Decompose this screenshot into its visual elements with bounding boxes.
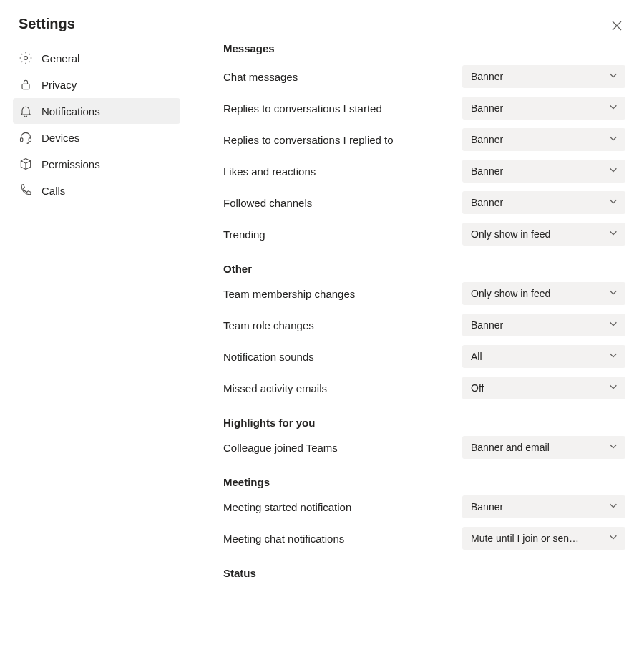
- setting-row: Replies to conversations I started Banne…: [223, 97, 625, 120]
- dropdown-value: Off: [471, 382, 484, 394]
- package-icon: [19, 157, 33, 171]
- chevron-down-icon: [608, 287, 618, 300]
- dropdown-meeting-started[interactable]: Banner: [462, 495, 625, 518]
- setting-row: Meeting started notification Banner: [223, 495, 625, 518]
- setting-label: Notification sounds: [223, 351, 314, 363]
- chevron-down-icon: [608, 500, 618, 513]
- lock-icon: [19, 77, 33, 92]
- dropdown-chat-messages[interactable]: Banner: [462, 65, 625, 88]
- dropdown-value: Banner: [471, 102, 503, 114]
- setting-label: Followed channels: [223, 197, 312, 209]
- sidebar-item-notifications[interactable]: Notifications: [13, 98, 180, 124]
- sidebar-item-label: Notifications: [42, 105, 100, 117]
- setting-label: Likes and reactions: [223, 165, 316, 178]
- page-title: Settings: [19, 16, 625, 32]
- dropdown-replies-started[interactable]: Banner: [462, 97, 625, 120]
- dropdown-followed-channels[interactable]: Banner: [462, 191, 625, 214]
- svg-point-0: [24, 57, 28, 60]
- sidebar-item-calls[interactable]: Calls: [13, 178, 180, 203]
- setting-label: Meeting chat notifications: [223, 533, 344, 545]
- phone-icon: [19, 183, 33, 198]
- settings-content: Messages Chat messages Banner Replies to…: [180, 45, 625, 586]
- dropdown-value: Banner: [471, 71, 503, 82]
- chevron-down-icon: [608, 532, 618, 545]
- setting-label: Replies to conversations I replied to: [223, 134, 394, 146]
- chevron-down-icon: [608, 196, 618, 209]
- dropdown-value: Banner: [471, 501, 503, 513]
- dropdown-value: Banner: [471, 134, 503, 145]
- setting-row: Team role changes Banner: [223, 314, 625, 336]
- dropdown-value: Mute until I join or sen…: [471, 533, 579, 544]
- sidebar-item-label: Calls: [42, 185, 65, 197]
- setting-row: Meeting chat notifications Mute until I …: [223, 527, 625, 550]
- dropdown-missed-emails[interactable]: Off: [462, 377, 625, 399]
- close-button[interactable]: [611, 20, 623, 34]
- sidebar-item-label: Devices: [42, 132, 79, 144]
- svg-rect-3: [29, 138, 31, 142]
- setting-label: Trending: [223, 228, 265, 241]
- chevron-down-icon: [608, 319, 618, 331]
- setting-label: Colleague joined Teams: [223, 442, 338, 454]
- sidebar-item-label: Privacy: [42, 79, 77, 91]
- dropdown-team-membership[interactable]: Only show in feed: [462, 282, 625, 305]
- setting-label: Replies to conversations I started: [223, 102, 382, 115]
- dropdown-likes-reactions[interactable]: Banner: [462, 160, 625, 183]
- setting-label: Team membership changes: [223, 288, 355, 300]
- setting-row: Likes and reactions Banner: [223, 160, 625, 183]
- sidebar-item-privacy[interactable]: Privacy: [13, 72, 180, 97]
- setting-label: Missed activity emails: [223, 382, 327, 394]
- setting-row: Chat messages Banner: [223, 65, 625, 88]
- dropdown-value: All: [471, 351, 482, 362]
- section-heading-highlights: Highlights for you: [223, 417, 625, 429]
- section-heading-messages: Messages: [223, 45, 625, 54]
- bell-icon: [19, 104, 33, 118]
- chevron-down-icon: [608, 133, 618, 146]
- dropdown-value: Only show in feed: [471, 228, 550, 240]
- setting-row: Trending Only show in feed: [223, 223, 625, 246]
- gear-icon: [19, 51, 33, 65]
- section-heading-status: Status: [223, 567, 625, 579]
- sidebar-item-permissions[interactable]: Permissions: [13, 151, 180, 177]
- dropdown-trending[interactable]: Only show in feed: [462, 223, 625, 246]
- sidebar-item-devices[interactable]: Devices: [13, 125, 180, 150]
- dropdown-value: Banner: [471, 197, 503, 208]
- setting-row: Team membership changes Only show in fee…: [223, 282, 625, 305]
- dropdown-value: Banner: [471, 165, 503, 177]
- svg-rect-2: [21, 138, 23, 142]
- dropdown-meeting-chat[interactable]: Mute until I join or sen…: [462, 527, 625, 550]
- dropdown-value: Banner: [471, 319, 503, 331]
- chevron-down-icon: [608, 350, 618, 363]
- chevron-down-icon: [608, 441, 618, 454]
- section-heading-meetings: Meetings: [223, 476, 625, 488]
- dropdown-value: Only show in feed: [471, 288, 550, 299]
- dropdown-team-role[interactable]: Banner: [462, 314, 625, 336]
- setting-label: Team role changes: [223, 319, 314, 331]
- setting-row: Missed activity emails Off: [223, 377, 625, 399]
- sidebar-item-label: General: [42, 52, 79, 64]
- setting-label: Chat messages: [223, 71, 298, 83]
- chevron-down-icon: [608, 102, 618, 115]
- dropdown-notification-sounds[interactable]: All: [462, 345, 625, 368]
- sidebar-item-general[interactable]: General: [13, 45, 180, 71]
- headset-icon: [19, 130, 33, 145]
- setting-row: Notification sounds All: [223, 345, 625, 368]
- chevron-down-icon: [608, 228, 618, 241]
- setting-row: Followed channels Banner: [223, 191, 625, 214]
- sidebar-item-label: Permissions: [42, 158, 100, 170]
- section-heading-other: Other: [223, 263, 625, 275]
- setting-row: Colleague joined Teams Banner and email: [223, 436, 625, 459]
- close-icon: [611, 21, 623, 34]
- setting-label: Meeting started notification: [223, 501, 351, 513]
- dropdown-colleague-joined[interactable]: Banner and email: [462, 436, 625, 459]
- setting-row: Replies to conversations I replied to Ba…: [223, 128, 625, 151]
- chevron-down-icon: [608, 165, 618, 178]
- chevron-down-icon: [608, 382, 618, 394]
- dropdown-replies-replied[interactable]: Banner: [462, 128, 625, 151]
- chevron-down-icon: [608, 70, 618, 83]
- svg-rect-1: [22, 84, 29, 89]
- dropdown-value: Banner and email: [471, 442, 550, 453]
- sidebar: General Privacy Notifications Devices: [13, 45, 180, 586]
